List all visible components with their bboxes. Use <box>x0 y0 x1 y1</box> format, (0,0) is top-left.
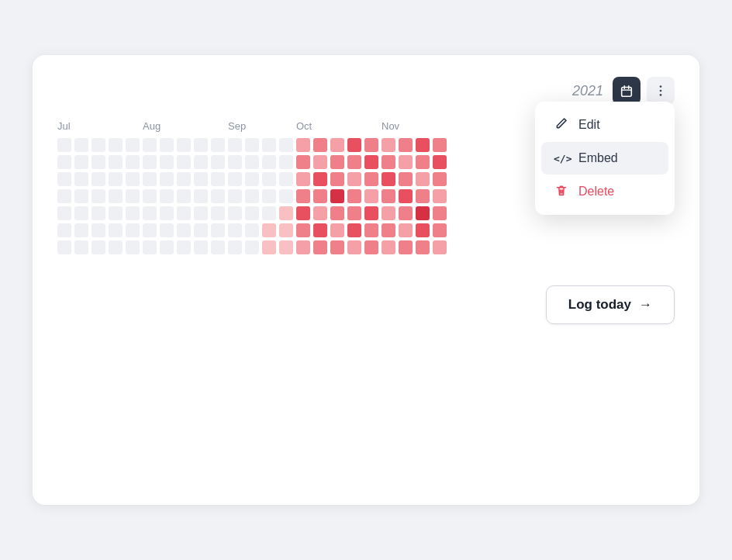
day-cell[interactable] <box>399 172 413 186</box>
day-cell[interactable] <box>194 223 208 237</box>
menu-item-edit[interactable]: Edit <box>541 108 668 142</box>
day-cell[interactable] <box>296 223 310 237</box>
day-cell[interactable] <box>399 189 413 203</box>
day-cell[interactable] <box>160 240 174 254</box>
day-cell[interactable] <box>296 138 310 152</box>
day-cell[interactable] <box>228 206 242 220</box>
day-cell[interactable] <box>330 206 344 220</box>
day-cell[interactable] <box>143 189 157 203</box>
day-cell[interactable] <box>143 206 157 220</box>
day-cell[interactable] <box>399 155 413 169</box>
day-cell[interactable] <box>160 189 174 203</box>
day-cell[interactable] <box>211 240 225 254</box>
day-cell[interactable] <box>211 155 225 169</box>
day-cell[interactable] <box>74 172 88 186</box>
day-cell[interactable] <box>347 155 361 169</box>
day-cell[interactable] <box>364 206 378 220</box>
day-cell[interactable] <box>245 189 259 203</box>
day-cell[interactable] <box>109 240 123 254</box>
day-cell[interactable] <box>211 172 225 186</box>
day-cell[interactable] <box>74 189 88 203</box>
day-cell[interactable] <box>279 189 293 203</box>
day-cell[interactable] <box>126 138 140 152</box>
day-cell[interactable] <box>399 138 413 152</box>
day-cell[interactable] <box>296 189 310 203</box>
day-cell[interactable] <box>57 172 71 186</box>
day-cell[interactable] <box>262 206 276 220</box>
day-cell[interactable] <box>262 138 276 152</box>
day-cell[interactable] <box>364 172 378 186</box>
day-cell[interactable] <box>416 206 430 220</box>
day-cell[interactable] <box>109 206 123 220</box>
day-cell[interactable] <box>364 189 378 203</box>
day-cell[interactable] <box>245 206 259 220</box>
day-cell[interactable] <box>245 138 259 152</box>
day-cell[interactable] <box>177 138 191 152</box>
day-cell[interactable] <box>57 189 71 203</box>
day-cell[interactable] <box>194 240 208 254</box>
day-cell[interactable] <box>347 223 361 237</box>
day-cell[interactable] <box>126 240 140 254</box>
day-cell[interactable] <box>109 189 123 203</box>
day-cell[interactable] <box>313 223 327 237</box>
day-cell[interactable] <box>382 138 395 152</box>
day-cell[interactable] <box>92 155 105 169</box>
day-cell[interactable] <box>330 240 344 254</box>
day-cell[interactable] <box>433 189 447 203</box>
day-cell[interactable] <box>92 189 105 203</box>
day-cell[interactable] <box>399 223 413 237</box>
day-cell[interactable] <box>416 138 430 152</box>
day-cell[interactable] <box>160 223 174 237</box>
day-cell[interactable] <box>399 240 413 254</box>
day-cell[interactable] <box>347 138 361 152</box>
day-cell[interactable] <box>433 206 447 220</box>
day-cell[interactable] <box>109 223 123 237</box>
day-cell[interactable] <box>416 172 430 186</box>
day-cell[interactable] <box>433 155 447 169</box>
day-cell[interactable] <box>262 223 276 237</box>
day-cell[interactable] <box>92 223 105 237</box>
day-cell[interactable] <box>347 172 361 186</box>
day-cell[interactable] <box>211 138 225 152</box>
day-cell[interactable] <box>433 172 447 186</box>
day-cell[interactable] <box>382 223 395 237</box>
day-cell[interactable] <box>160 155 174 169</box>
day-cell[interactable] <box>228 240 242 254</box>
day-cell[interactable] <box>313 189 327 203</box>
day-cell[interactable] <box>416 189 430 203</box>
more-options-button[interactable] <box>647 77 675 105</box>
day-cell[interactable] <box>74 223 88 237</box>
day-cell[interactable] <box>416 155 430 169</box>
day-cell[interactable] <box>279 240 293 254</box>
day-cell[interactable] <box>126 172 140 186</box>
day-cell[interactable] <box>74 206 88 220</box>
day-cell[interactable] <box>347 189 361 203</box>
day-cell[interactable] <box>57 155 71 169</box>
day-cell[interactable] <box>364 138 378 152</box>
day-cell[interactable] <box>228 223 242 237</box>
day-cell[interactable] <box>177 189 191 203</box>
day-cell[interactable] <box>330 189 344 203</box>
day-cell[interactable] <box>228 189 242 203</box>
day-cell[interactable] <box>177 240 191 254</box>
day-cell[interactable] <box>382 172 395 186</box>
day-cell[interactable] <box>364 240 378 254</box>
day-cell[interactable] <box>330 172 344 186</box>
day-cell[interactable] <box>160 138 174 152</box>
day-cell[interactable] <box>364 223 378 237</box>
day-cell[interactable] <box>92 240 105 254</box>
day-cell[interactable] <box>313 138 327 152</box>
day-cell[interactable] <box>92 172 105 186</box>
day-cell[interactable] <box>279 155 293 169</box>
day-cell[interactable] <box>211 223 225 237</box>
day-cell[interactable] <box>313 172 327 186</box>
day-cell[interactable] <box>382 155 395 169</box>
day-cell[interactable] <box>57 223 71 237</box>
day-cell[interactable] <box>211 206 225 220</box>
log-today-button[interactable]: Log today → <box>546 285 675 324</box>
day-cell[interactable] <box>92 138 105 152</box>
day-cell[interactable] <box>347 240 361 254</box>
day-cell[interactable] <box>126 206 140 220</box>
day-cell[interactable] <box>109 155 123 169</box>
day-cell[interactable] <box>330 138 344 152</box>
